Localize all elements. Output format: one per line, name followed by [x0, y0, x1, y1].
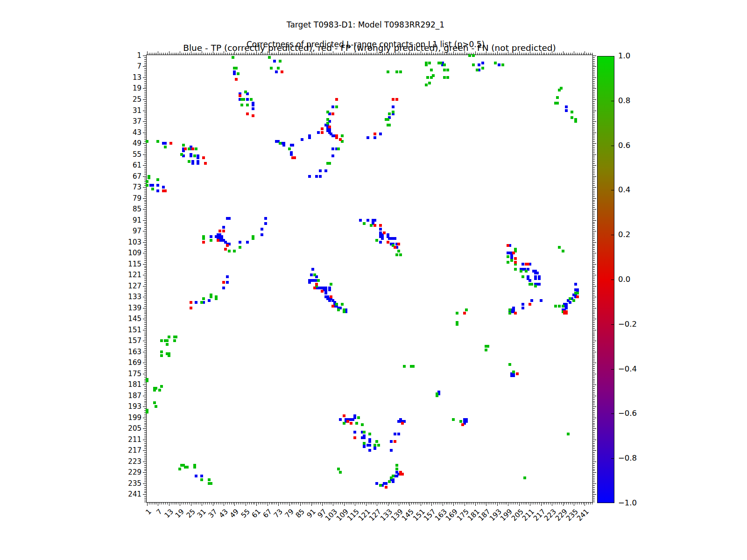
x-tick-bottom	[386, 503, 387, 504]
colorbar-tick-label: 0.0	[618, 275, 630, 284]
x-tick-bottom	[539, 503, 540, 504]
x-tick-bottom	[355, 503, 355, 506]
y-tick-right	[593, 398, 595, 398]
x-tick-bottom	[519, 503, 520, 506]
x-tick-bottom	[530, 503, 530, 506]
y-tick-right	[593, 339, 595, 339]
x-tick-top	[348, 53, 348, 55]
y-tick-left	[144, 383, 146, 383]
y-tick-right	[593, 195, 595, 195]
contact-marker-tp	[379, 241, 382, 244]
x-tick-bottom	[231, 503, 232, 504]
contact-marker-fn	[288, 147, 291, 150]
y-tick-left	[143, 363, 146, 363]
x-tick-top	[395, 53, 395, 55]
y-tick-right	[593, 447, 595, 447]
y-axis-tick-label: 151	[119, 326, 141, 334]
y-tick-left	[144, 207, 146, 208]
x-tick-top	[278, 51, 279, 55]
x-tick-bottom	[304, 503, 304, 504]
y-tick-left	[144, 335, 146, 336]
contact-marker-fn	[210, 239, 212, 242]
x-tick-top	[187, 53, 188, 55]
x-tick-top	[246, 51, 246, 55]
y-tick-left	[143, 428, 146, 429]
contact-marker-fn	[232, 56, 234, 59]
y-tick-left	[144, 262, 146, 263]
x-tick-bottom	[246, 503, 246, 506]
y-tick-left	[144, 178, 146, 178]
y-tick-right	[593, 421, 595, 422]
contact-marker-fn	[343, 422, 345, 425]
contact-marker-tp	[222, 226, 225, 229]
contact-marker-fn	[339, 471, 342, 474]
x-tick-top	[247, 53, 248, 55]
x-tick-top	[351, 53, 352, 55]
x-tick-bottom	[238, 503, 239, 504]
x-tick-bottom	[346, 503, 346, 504]
y-tick-right	[593, 408, 595, 409]
y-tick-left	[144, 401, 146, 402]
y-tick-left	[144, 200, 146, 201]
x-tick-top	[404, 53, 405, 55]
y-tick-left	[144, 290, 146, 290]
contact-marker-fn	[508, 363, 511, 366]
contact-marker-fn	[556, 96, 559, 99]
y-tick-right	[593, 462, 596, 462]
y-tick-left	[144, 103, 146, 104]
contact-marker-fn	[239, 246, 241, 249]
contact-marker-fn	[363, 431, 366, 434]
x-tick-bottom	[463, 503, 463, 504]
contact-marker-fn	[335, 303, 338, 306]
x-tick-top	[293, 53, 293, 55]
x-tick-top	[525, 53, 525, 55]
contact-marker-tp	[331, 154, 334, 157]
x-tick-top	[556, 53, 556, 55]
x-tick-bottom	[348, 503, 348, 504]
contact-marker-fn	[374, 444, 376, 447]
x-tick-bottom	[415, 503, 416, 504]
contact-marker-fn	[554, 305, 557, 308]
contact-marker-fn	[525, 270, 528, 273]
x-tick-top	[315, 53, 315, 55]
y-tick-right	[593, 244, 595, 245]
contact-marker-tp	[290, 153, 293, 156]
y-tick-left	[144, 87, 146, 87]
colorbar-tick	[611, 280, 614, 280]
x-tick-top	[426, 53, 427, 55]
x-tick-top	[459, 53, 459, 55]
contact-marker-fp	[527, 263, 529, 266]
x-tick-bottom	[528, 503, 529, 504]
x-tick-bottom	[446, 503, 447, 504]
contact-marker-fp	[224, 248, 227, 251]
contact-marker-tp	[308, 281, 311, 284]
y-tick-right	[593, 257, 595, 257]
x-tick-top	[167, 53, 168, 55]
x-tick-top	[268, 51, 268, 55]
y-tick-left	[144, 156, 146, 156]
y-axis-tick-label: 49	[119, 139, 141, 147]
x-tick-top	[399, 51, 399, 55]
contact-marker-fn	[558, 305, 561, 308]
x-tick-bottom	[207, 503, 208, 504]
x-tick-top	[512, 53, 512, 55]
x-tick-bottom	[488, 503, 488, 504]
contact-marker-fn	[155, 405, 157, 408]
contact-marker-fn	[562, 305, 564, 308]
x-tick-bottom	[479, 503, 479, 504]
x-tick-bottom	[423, 503, 423, 504]
x-tick-top	[171, 53, 171, 55]
x-tick-bottom	[443, 503, 443, 506]
y-tick-right	[593, 500, 595, 500]
x-tick-bottom	[461, 503, 461, 504]
y-tick-left	[144, 485, 146, 486]
y-tick-right	[593, 140, 595, 140]
x-tick-bottom	[233, 503, 233, 504]
y-tick-right	[593, 356, 595, 356]
x-tick-top	[328, 53, 328, 55]
x-tick-bottom	[473, 503, 474, 504]
x-tick-bottom	[421, 503, 421, 506]
contact-marker-tp	[328, 299, 331, 302]
contact-marker-fp	[507, 244, 509, 247]
contact-marker-fn	[412, 365, 415, 368]
